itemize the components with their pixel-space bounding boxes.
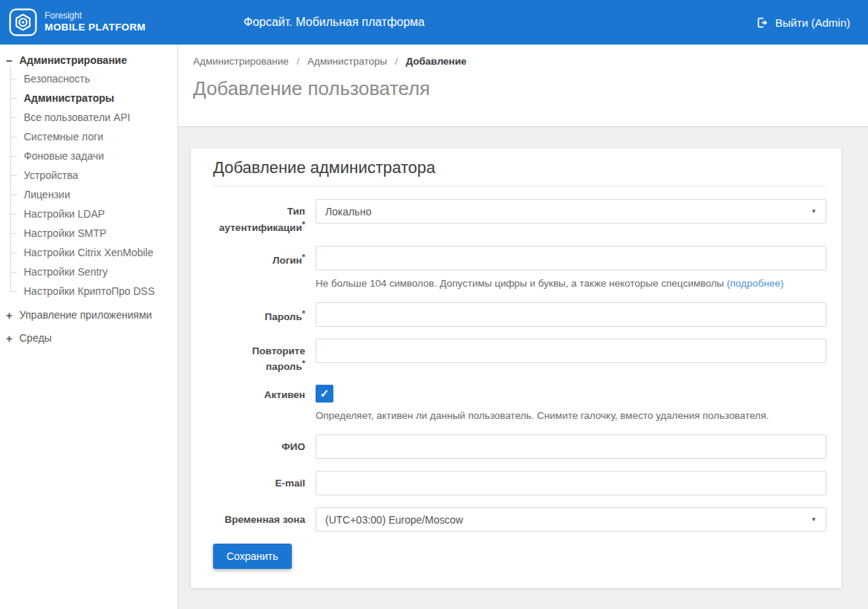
field-row-timezone: Временная зона (UTC+03:00) Europe/Moscow… <box>213 507 826 532</box>
timezone-select[interactable]: (UTC+03:00) Europe/Moscow ▼ <box>316 507 826 532</box>
sidebar-item-system-logs[interactable]: Системные логи <box>6 127 172 146</box>
password-input[interactable] <box>316 302 826 327</box>
breadcrumb: Администрирование / Администраторы / Доб… <box>193 56 853 67</box>
auth-type-value: Локально <box>325 206 371 218</box>
field-row-email: E-mail <box>213 471 826 495</box>
sidebar-item-security[interactable]: Безопасность <box>6 69 172 88</box>
brand-name: Foresight <box>45 11 146 22</box>
sidebar-item-background-tasks[interactable]: Фоновые задачи <box>6 146 172 166</box>
brand-product: MOBILE PLATFORM <box>45 22 146 33</box>
sidebar-item-licenses[interactable]: Лицензии <box>6 185 172 204</box>
main-area: Администрирование / Администраторы / Доб… <box>178 45 868 609</box>
sidebar-section-label: Администрирование <box>19 51 127 69</box>
card-heading: Добавление администратора <box>213 157 826 186</box>
sidebar-item-api-users[interactable]: Все пользователи API <box>6 108 172 127</box>
auth-type-label: Тип аутентификации* <box>213 199 305 234</box>
logout-icon <box>756 16 769 29</box>
sidebar-item-smtp-settings[interactable]: Настройки SMTP <box>6 224 172 243</box>
breadcrumb-administration[interactable]: Администрирование <box>193 56 289 67</box>
password-repeat-input[interactable] <box>316 339 826 363</box>
chevron-down-icon: ▼ <box>811 516 817 523</box>
login-help: Не больше 104 символов. Допустимы цифры … <box>316 277 826 290</box>
sidebar-section-environments[interactable]: + Среды <box>6 329 172 347</box>
sidebar-item-devices[interactable]: Устройства <box>6 166 172 185</box>
sidebar-section-app-management[interactable]: + Управление приложениями <box>6 306 172 324</box>
email-label: E-mail <box>213 471 305 495</box>
app-header: Foresight MOBILE PLATFORM Форсайт. Мобил… <box>0 0 868 45</box>
form-card: Добавление администратора Тип аутентифик… <box>191 149 841 588</box>
chevron-down-icon: ▼ <box>811 208 817 215</box>
required-marker: * <box>302 253 305 261</box>
page-title: Добавление пользователя <box>193 77 853 100</box>
sidebar-item-citrix-xenmobile-settings[interactable]: Настройки Citrix XenMobile <box>6 243 172 262</box>
checkmark-icon: ✓ <box>320 387 330 400</box>
required-marker: * <box>302 359 305 368</box>
sidebar-admin-children: Безопасность Администраторы Все пользова… <box>6 69 172 301</box>
logout-button[interactable]: Выйти (Admin) <box>756 16 850 29</box>
breadcrumb-administrators[interactable]: Администраторы <box>307 56 387 67</box>
content-area: Добавление администратора Тип аутентифик… <box>178 127 868 609</box>
field-row-password-repeat: Повторите пароль* <box>213 339 826 374</box>
plus-icon[interactable]: + <box>6 333 19 344</box>
sidebar: − Администрирование Безопасность Админис… <box>0 45 178 609</box>
auth-type-select[interactable]: Локально ▼ <box>316 199 826 224</box>
required-marker: * <box>302 219 305 228</box>
active-checkbox[interactable]: ✓ <box>316 385 333 403</box>
logout-label: Выйти (Admin) <box>775 16 850 29</box>
breadcrumb-separator: / <box>395 56 398 67</box>
brand: Foresight MOBILE PLATFORM <box>9 8 146 36</box>
plus-icon[interactable]: + <box>6 310 19 321</box>
sidebar-section-label: Среды <box>19 329 52 347</box>
field-row-full-name: ФИО <box>213 434 826 459</box>
password-label: Пароль* <box>213 302 305 327</box>
sidebar-item-sentry-settings[interactable]: Настройки Sentry <box>6 262 172 281</box>
details-link[interactable]: (подробнее) <box>727 278 784 289</box>
login-label: Логин* <box>213 246 305 290</box>
active-label: Активен <box>213 385 305 423</box>
sidebar-item-administrators[interactable]: Администраторы <box>6 88 172 108</box>
brand-logo-icon <box>9 8 37 36</box>
required-marker: * <box>302 309 305 318</box>
email-input[interactable] <box>316 471 826 495</box>
sidebar-section-administration[interactable]: − Администрирование <box>6 51 172 69</box>
minus-icon[interactable]: − <box>6 55 19 66</box>
sidebar-item-cryptopro-dss-settings[interactable]: Настройки КриптоПро DSS <box>6 281 172 301</box>
add-admin-form: Тип аутентификации* Локально ▼ Логин* <box>213 199 826 569</box>
full-name-input[interactable] <box>316 434 826 459</box>
breadcrumb-current: Добавление <box>405 56 466 67</box>
field-row-password: Пароль* <box>213 302 826 327</box>
save-button[interactable]: Сохранить <box>213 544 292 569</box>
field-row-active: Активен ✓ Определяет, активен ли данный … <box>213 385 826 423</box>
active-help: Определяет, активен ли данный пользовате… <box>316 409 826 423</box>
topbar: Администрирование / Администраторы / Доб… <box>178 45 868 127</box>
login-input[interactable] <box>316 246 826 270</box>
timezone-label: Временная зона <box>213 507 305 532</box>
sidebar-item-ldap-settings[interactable]: Настройки LDAP <box>6 204 172 224</box>
field-row-login: Логин* Не больше 104 символов. Допустимы… <box>213 246 826 290</box>
app-title: Форсайт. Мобильная платформа <box>244 0 425 45</box>
timezone-value: (UTC+03:00) Europe/Moscow <box>325 514 463 526</box>
password-repeat-label: Повторите пароль* <box>213 339 305 374</box>
full-name-label: ФИО <box>213 434 305 459</box>
brand-text: Foresight MOBILE PLATFORM <box>45 11 146 33</box>
field-row-auth-type: Тип аутентификации* Локально ▼ <box>213 199 826 234</box>
breadcrumb-separator: / <box>297 56 300 67</box>
sidebar-section-label: Управление приложениями <box>19 306 152 324</box>
